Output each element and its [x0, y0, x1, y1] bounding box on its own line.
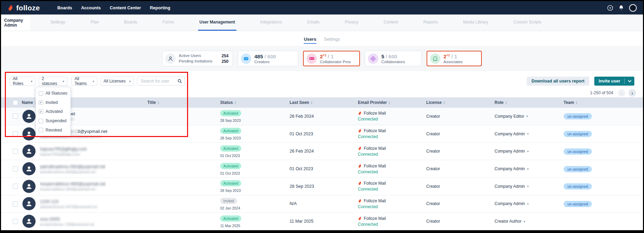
- redacted-name: xxxx 5005: [40, 216, 60, 222]
- status-menu-item[interactable]: ✓ Invited: [39, 100, 70, 105]
- subnav-item-boards[interactable]: Boards: [123, 14, 139, 31]
- row-checkbox[interactable]: [13, 149, 18, 154]
- chevron-down-icon: [628, 79, 631, 82]
- select-all-checkbox[interactable]: [13, 100, 18, 105]
- role-dropdown[interactable]: Company Editor▾: [495, 114, 564, 119]
- associates-icon: [430, 54, 440, 64]
- status-date: 02 Jan 2024: [220, 206, 290, 210]
- roles-filter-dropdown[interactable]: All Roles▾: [10, 77, 36, 86]
- topnav-item-content-center[interactable]: Content Center: [110, 6, 141, 10]
- email-provider-cell: Folloze Mail Connected: [358, 111, 426, 122]
- top-navbar: folloze BoardsAccountsContent CenterRepo…: [1, 1, 643, 14]
- user-avatar-icon: [22, 145, 36, 158]
- subnav-item-content[interactable]: Content: [382, 14, 400, 31]
- topnav-item-reporting[interactable]: Reporting: [150, 6, 170, 10]
- subnav-section-label: Company Admin: [1, 14, 30, 31]
- license-cell: Creator: [426, 132, 495, 136]
- row-checkbox[interactable]: [13, 166, 18, 172]
- subnav-item-settings[interactable]: Settings: [49, 14, 67, 31]
- role-dropdown[interactable]: Company Admin▾: [495, 132, 564, 136]
- status-menu-item[interactable]: Suspended: [39, 118, 70, 123]
- row-checkbox[interactable]: [13, 219, 18, 224]
- row-checkbox[interactable]: [13, 114, 18, 119]
- collaborator-pros-icon: [306, 54, 317, 64]
- invite-user-button[interactable]: Invite user: [594, 77, 634, 86]
- next-page-button[interactable]: ›: [628, 89, 636, 97]
- subnav-item-custom-scripts[interactable]: Custom Scripts: [512, 14, 543, 31]
- user-name-cell[interactable]: hapsasTRQtgfhqjiy.com hapsasTRQtgfhqjiy.…: [19, 145, 147, 158]
- topnav-item-boards[interactable]: Boards: [57, 6, 72, 10]
- status-menu-checkbox[interactable]: [39, 91, 43, 96]
- column-header-title[interactable]: Title▲▼: [147, 100, 220, 105]
- role-dropdown[interactable]: Company Admin▾: [495, 184, 564, 189]
- status-cell: Activated 01 Oct 2023: [220, 163, 290, 175]
- tab-settings[interactable]: Settings: [324, 37, 340, 44]
- team-badge[interactable]: un-assigned: [564, 131, 592, 137]
- subnav-item-media-library[interactable]: Media Library: [462, 14, 490, 31]
- status-menu-item[interactable]: All Statuses: [39, 91, 70, 96]
- role-dropdown[interactable]: Company Admin▾: [495, 201, 564, 206]
- row-checkbox[interactable]: [13, 201, 18, 206]
- team-badge[interactable]: un-assigned: [564, 113, 592, 119]
- column-header-license[interactable]: License▲▼: [426, 100, 495, 105]
- column-header-email-provider[interactable]: Email Provider▲▼: [358, 100, 426, 105]
- topnav-item-accounts[interactable]: Accounts: [81, 6, 101, 10]
- role-dropdown[interactable]: Company Admin▾: [495, 149, 564, 154]
- status-menu-item[interactable]: ✓ Activated: [39, 109, 70, 114]
- row-checkbox[interactable]: [13, 131, 18, 136]
- provider-status: Connected: [358, 169, 426, 174]
- help-icon[interactable]: ?: [607, 5, 613, 11]
- user-name-cell[interactable]: hesperrabbissr-665@yopmail.net hesperrab…: [19, 180, 147, 193]
- status-menu-item[interactable]: Revoked: [39, 128, 70, 133]
- user-avatar[interactable]: [629, 4, 637, 12]
- subnav-item-privacy[interactable]: Privacy: [343, 14, 360, 31]
- subnav-item-user-management[interactable]: User Management: [198, 14, 236, 31]
- sort-icon: ▲▼: [388, 101, 390, 104]
- user-avatar-icon: [22, 180, 36, 193]
- status-badge: Invited: [220, 198, 237, 204]
- status-menu-checkbox[interactable]: ✓: [39, 109, 43, 114]
- folloze-logo[interactable]: folloze: [1, 4, 51, 12]
- subnav-item-forms[interactable]: Forms: [161, 14, 176, 31]
- user-name-cell[interactable]: xxxx 5005 purateindexau-738@yopmail.net: [19, 215, 147, 228]
- team-badge[interactable]: un-assigned: [564, 201, 592, 207]
- download-users-report-button[interactable]: Download all users report: [527, 77, 589, 86]
- row-checkbox[interactable]: [13, 184, 18, 189]
- status-menu-checkbox[interactable]: ✓: [39, 100, 43, 105]
- statuses-filter-dropdown[interactable]: 2 statuses▾: [39, 77, 67, 86]
- column-header-status[interactable]: Status▲▼: [220, 100, 290, 105]
- subnav-item-emails[interactable]: Emails: [306, 14, 321, 31]
- teams-filter-dropdown[interactable]: All Teams▾: [71, 77, 97, 86]
- pending-invitations-value: 250: [222, 59, 228, 64]
- notifications-bell-icon[interactable]: [618, 5, 624, 11]
- subnav-item-reports[interactable]: Reports: [422, 14, 439, 31]
- email-provider-cell: Folloze Mail Connected: [358, 181, 426, 192]
- column-header-team[interactable]: Team▲▼: [564, 100, 639, 105]
- subnav-item-plan[interactable]: Plan: [89, 14, 100, 31]
- status-menu-checkbox[interactable]: [39, 119, 43, 123]
- status-menu-checkbox[interactable]: [39, 128, 43, 132]
- prev-page-button[interactable]: ‹: [618, 89, 625, 97]
- role-dropdown[interactable]: Company Admin▾: [495, 166, 564, 171]
- column-header-role[interactable]: Role▲▼: [495, 100, 564, 105]
- search-icon[interactable]: [177, 79, 182, 84]
- team-badge[interactable]: un-assigned: [564, 148, 592, 155]
- tab-users[interactable]: Users: [304, 37, 316, 44]
- invite-user-menu-chevron[interactable]: [625, 80, 634, 82]
- collaborators-icon: [368, 54, 378, 64]
- license-cell: Creator: [426, 184, 495, 189]
- chevron-down-icon: ▾: [524, 220, 525, 223]
- folloze-mail-flame-icon: [358, 181, 362, 185]
- licenses-filter-dropdown[interactable]: All Licenses▾: [100, 77, 134, 86]
- last-seen-cell: 26 Feb 2024: [290, 114, 358, 119]
- subnav-item-integrations[interactable]: Integrations: [259, 14, 283, 31]
- role-dropdown[interactable]: Creator Author▾: [495, 219, 564, 224]
- user-name-cell[interactable]: patrulticadresu-563@yopmail.net patrulti…: [19, 162, 147, 175]
- pagination-range: 1-250 of 504: [590, 90, 613, 95]
- column-header-last-seen[interactable]: Last Seen▲▼: [290, 100, 358, 105]
- team-badge[interactable]: un-assigned: [564, 166, 592, 172]
- team-badge[interactable]: un-assigned: [564, 183, 592, 190]
- user-name-cell[interactable]: 1234 123 aqbaaimhouse-4478@yopmail.net: [19, 197, 147, 210]
- redacted-email: hesperrabbissr-665@yopmail.net: [40, 187, 106, 191]
- search-input[interactable]: [140, 78, 177, 84]
